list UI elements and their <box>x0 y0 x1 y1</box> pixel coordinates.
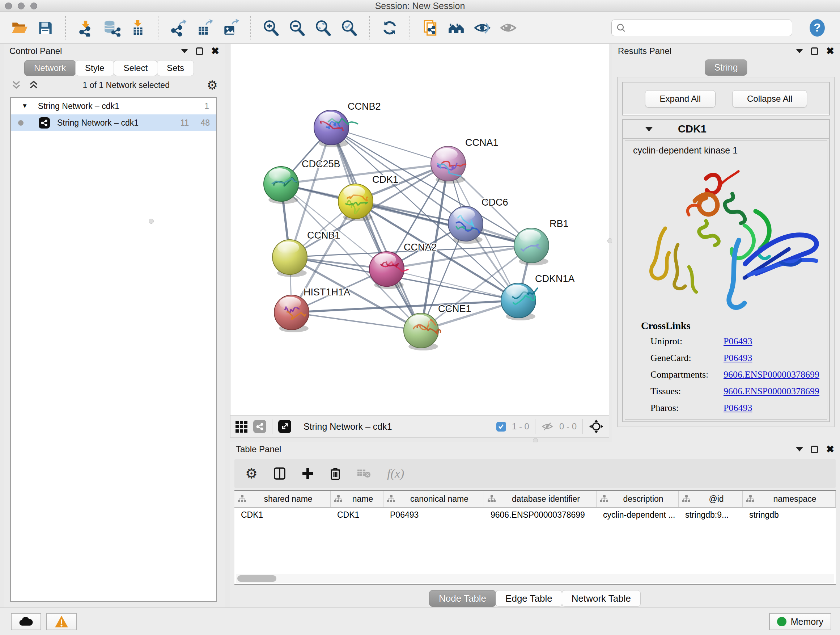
tab-edge-table[interactable]: Edge Table <box>496 590 562 607</box>
float-panel-icon[interactable] <box>811 446 818 453</box>
network-node-ccnb1[interactable] <box>272 240 307 277</box>
table-horizontal-scrollbar[interactable] <box>236 574 834 583</box>
toolbar-separator <box>65 16 66 40</box>
grid-view-icon[interactable] <box>235 421 248 432</box>
splitter-handle[interactable] <box>607 238 613 243</box>
table-cell[interactable]: CDK1 <box>331 508 384 523</box>
collapse-all-icon[interactable] <box>11 79 22 91</box>
crosslink-link[interactable]: P06493 <box>723 402 752 413</box>
table-cell[interactable]: CDK1 <box>234 508 331 523</box>
tab-node-table[interactable]: Node Table <box>429 590 496 607</box>
hide-selection-button[interactable] <box>472 17 493 39</box>
network-node-ccne1[interactable] <box>404 313 441 350</box>
close-panel-icon[interactable]: ✖ <box>826 445 834 454</box>
search-input[interactable] <box>629 23 788 33</box>
zoom-selected-button[interactable] <box>339 17 360 39</box>
table-settings-gear-icon[interactable]: ⚙ <box>245 467 257 480</box>
close-panel-icon[interactable]: ✖ <box>211 46 219 56</box>
panel-menu-icon[interactable] <box>796 49 803 53</box>
network-row-selected[interactable]: String Network – cdk1 11 48 <box>11 114 216 131</box>
save-session-button[interactable] <box>35 17 56 39</box>
export-image-button[interactable] <box>220 17 241 39</box>
panel-menu-icon[interactable] <box>181 49 188 53</box>
open-session-button[interactable] <box>9 17 30 39</box>
crosslink-link[interactable]: P06493 <box>723 353 752 363</box>
float-panel-icon[interactable] <box>811 48 818 55</box>
import-table-button[interactable] <box>127 17 148 39</box>
network-node-cdc6[interactable] <box>448 206 483 244</box>
import-network-button[interactable] <box>75 17 96 39</box>
zoom-in-button[interactable] <box>261 17 281 39</box>
delete-column-icon[interactable] <box>330 467 341 480</box>
show-columns-icon[interactable] <box>273 467 286 480</box>
network-node-cdk1[interactable] <box>338 184 373 221</box>
help-button[interactable]: ? <box>807 17 828 39</box>
network-from-file-button[interactable] <box>420 17 441 39</box>
column-header-description[interactable]: description <box>597 491 679 507</box>
table-cell[interactable]: 9606.ENSP00000378699 <box>484 508 597 523</box>
crosslink-link[interactable]: 9606.ENSP00000378699 <box>723 369 819 380</box>
network-view-icon[interactable] <box>253 420 266 433</box>
selected-nodes-checkbox[interactable] <box>496 422 506 432</box>
network-edge[interactable] <box>332 127 448 164</box>
add-column-icon[interactable] <box>302 467 314 480</box>
network-node-cdkn1a[interactable] <box>501 283 538 320</box>
refresh-icon <box>381 19 398 36</box>
zoom-out-button[interactable] <box>286 17 308 39</box>
table-cell[interactable]: P06493 <box>384 508 484 523</box>
table-cell[interactable]: stringdb:9... <box>679 508 743 523</box>
network-node-hist1h1a[interactable] <box>274 295 309 333</box>
collapse-all-button[interactable]: Collapse All <box>732 90 807 108</box>
network-canvas[interactable]: CCNB2CCNA1CDC25BCDK1CDC6RB1CCNB1CCNA2CDK… <box>230 44 609 415</box>
gear-icon[interactable]: ⚙ <box>207 79 218 91</box>
export-network-button[interactable] <box>168 17 189 39</box>
float-panel-icon[interactable] <box>196 48 203 55</box>
string-network-graph[interactable]: CCNB2CCNA1CDC25BCDK1CDC6RB1CCNB1CCNA2CDK… <box>231 44 609 415</box>
crosslink-link[interactable]: 9606.ENSP00000378699 <box>723 386 819 397</box>
detach-view-icon[interactable] <box>278 420 291 433</box>
fit-content-crosshair-icon[interactable] <box>589 419 604 434</box>
column-header-database-identifier[interactable]: database identifier <box>484 491 597 507</box>
panel-menu-icon[interactable] <box>796 447 803 451</box>
gene-section-header[interactable]: CDK1 <box>623 120 829 139</box>
scrollbar-thumb[interactable] <box>237 575 276 582</box>
column-header-shared-name[interactable]: shared name <box>234 491 331 507</box>
crosslink-link[interactable]: P06493 <box>723 336 752 347</box>
section-caret-icon[interactable] <box>645 127 653 131</box>
column-header-canonical-name[interactable]: canonical name <box>384 491 484 507</box>
network-collection-row[interactable]: ▼ String Network – cdk1 1 <box>11 98 216 114</box>
table-cell[interactable]: stringdb <box>743 508 836 523</box>
zoom-fit-button[interactable] <box>313 17 333 39</box>
table-cell[interactable]: cyclin-dependent ... <box>597 508 679 523</box>
import-network-from-database-button[interactable] <box>101 17 122 39</box>
table-row[interactable]: CDK1CDK1P064939606.ENSP00000378699cyclin… <box>234 508 836 523</box>
memory-button[interactable]: Memory <box>769 613 831 630</box>
network-edge[interactable] <box>332 127 421 331</box>
refresh-button[interactable] <box>379 17 400 39</box>
tab-network-table[interactable]: Network Table <box>562 590 641 607</box>
tab-select[interactable]: Select <box>114 60 157 76</box>
tab-string[interactable]: String <box>705 59 747 76</box>
warnings-button[interactable] <box>46 613 77 630</box>
cloud-status-button[interactable] <box>11 613 41 630</box>
network-node-ccna1[interactable] <box>431 146 466 184</box>
network-node-rb1[interactable] <box>514 228 549 265</box>
home-button[interactable] <box>446 17 467 39</box>
tab-network[interactable]: Network <box>24 60 76 76</box>
hidden-eye-icon[interactable] <box>541 421 554 432</box>
splitter-handle[interactable] <box>149 219 154 224</box>
expand-all-button[interactable]: Expand All <box>645 90 715 108</box>
tab-sets[interactable]: Sets <box>157 60 194 76</box>
network-edge[interactable] <box>292 312 421 331</box>
column-header-name[interactable]: name <box>331 491 384 507</box>
collection-caret-icon[interactable]: ▼ <box>22 103 28 110</box>
column-header-namespace[interactable]: namespace <box>743 491 836 507</box>
column-header--id[interactable]: @id <box>679 491 743 507</box>
node-table[interactable]: shared namenamecanonical namedatabase id… <box>234 490 836 585</box>
tab-style[interactable]: Style <box>75 60 114 76</box>
close-panel-icon[interactable]: ✖ <box>826 46 834 56</box>
show-selection-button[interactable] <box>498 17 519 39</box>
expand-all-icon[interactable] <box>28 79 39 91</box>
export-table-button[interactable] <box>194 17 215 39</box>
network-node-cdc25b[interactable] <box>264 166 298 204</box>
